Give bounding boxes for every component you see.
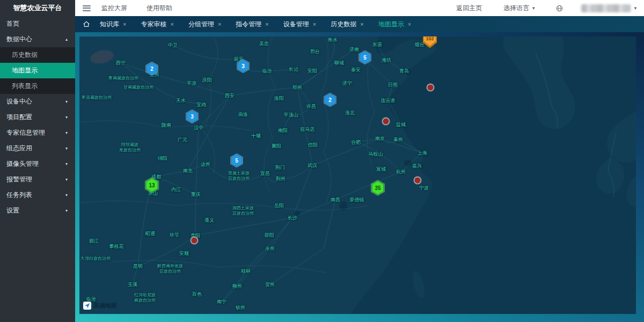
device-point-marker[interactable] bbox=[191, 237, 199, 245]
amap-attribution[interactable]: 高德地图 bbox=[83, 302, 117, 310]
cluster-marker-blue[interactable]: 2 bbox=[324, 93, 336, 107]
sidebar-item-7[interactable]: 报警管理▼ bbox=[0, 172, 75, 187]
sidebar: 智慧农业云平台 首页数据中心▲历史数据地图显示列表显示设备中心▼项目配置▼专家信… bbox=[0, 0, 75, 322]
sidebar-menu: 首页数据中心▲历史数据地图显示列表显示设备中心▼项目配置▼专家信息管理▼组态应用… bbox=[0, 16, 75, 218]
tab-close-icon[interactable]: × bbox=[265, 21, 268, 27]
tab-label: 指令管理 bbox=[236, 20, 261, 29]
tab-label: 分组管理 bbox=[188, 20, 214, 29]
topbar-right-links: 返回主页选择语言▼ bbox=[435, 4, 536, 13]
cluster-count: 3 bbox=[187, 111, 197, 122]
collapse-menu-icon[interactable] bbox=[83, 5, 91, 11]
cluster-marker-blue[interactable]: 3 bbox=[237, 59, 250, 74]
chevron-down-icon: ▼ bbox=[531, 6, 536, 11]
sidebar-item-label: 数据中心 bbox=[6, 35, 32, 44]
sidebar-item-label: 摄像头管理 bbox=[6, 159, 39, 169]
sidebar-subitem-2[interactable]: 列表显示 bbox=[0, 78, 75, 94]
chevron-down-icon: ▼ bbox=[64, 99, 68, 104]
chevron-down-icon: ▼ bbox=[64, 208, 68, 213]
sidebar-subitem-0[interactable]: 历史数据 bbox=[0, 47, 75, 63]
sidebar-item-8[interactable]: 任务列表▼ bbox=[0, 187, 75, 203]
sidebar-item-0[interactable]: 首页 bbox=[0, 16, 75, 32]
cluster-marker-blue[interactable]: 3 bbox=[186, 109, 199, 124]
app-title: 智慧农业云平台 bbox=[0, 0, 75, 16]
content-frame: 西宁兰州中卫吴忠延安衡水济南邢台聊城东营潍坊烟台青岛泰安济宁日照临汾长治安阳黄南… bbox=[75, 32, 644, 322]
sidebar-item-label: 项目配置 bbox=[6, 113, 32, 122]
home-tab-icon[interactable] bbox=[83, 20, 90, 28]
cluster-marker-blue[interactable]: 5 bbox=[230, 153, 243, 168]
cluster-count: 13 bbox=[147, 179, 158, 192]
tab-close-icon[interactable]: × bbox=[313, 21, 316, 27]
map-basemap bbox=[79, 36, 636, 314]
chevron-down-icon: ▼ bbox=[64, 162, 68, 166]
tab-close-icon[interactable]: × bbox=[408, 21, 411, 27]
cluster-marker-orange[interactable]: 102 bbox=[423, 36, 437, 48]
tab-label: 专家审核 bbox=[141, 20, 166, 29]
sidebar-item-label: 专家信息管理 bbox=[6, 128, 45, 137]
amap-logo-icon bbox=[83, 302, 91, 310]
tab-label: 地图显示 bbox=[378, 20, 404, 29]
cluster-count: 5 bbox=[232, 155, 242, 166]
tab-3[interactable]: 指令管理× bbox=[236, 20, 268, 29]
cluster-count: 2 bbox=[325, 94, 335, 106]
sidebar-item-9[interactable]: 设置▼ bbox=[0, 203, 75, 218]
tab-6[interactable]: 地图显示× bbox=[378, 20, 411, 29]
sidebar-subitem-1[interactable]: 地图显示 bbox=[0, 63, 75, 78]
cluster-marker-green[interactable]: 35 bbox=[371, 180, 385, 196]
sidebar-item-label: 设备中心 bbox=[6, 97, 32, 106]
tab-4[interactable]: 设备管理× bbox=[283, 20, 316, 29]
device-point-marker[interactable] bbox=[427, 84, 435, 92]
cluster-count: 3 bbox=[238, 60, 248, 72]
tab-label: 设备管理 bbox=[283, 20, 309, 29]
tab-close-icon[interactable]: × bbox=[360, 21, 363, 27]
topbar-left-link-1[interactable]: 使用帮助 bbox=[147, 4, 172, 13]
sidebar-item-3[interactable]: 项目配置▼ bbox=[0, 109, 75, 125]
user-caret-icon: ▼ bbox=[633, 6, 638, 11]
map-canvas[interactable]: 西宁兰州中卫吴忠延安衡水济南邢台聊城东营潍坊烟台青岛泰安济宁日照临汾长治安阳黄南… bbox=[79, 36, 636, 314]
sidebar-item-label: 设置 bbox=[6, 206, 19, 215]
topbar: 监控大屏使用帮助 返回主页选择语言▼ ▼ bbox=[75, 0, 644, 16]
main-area: 监控大屏使用帮助 返回主页选择语言▼ ▼ 知识库×专家审核×分组管理×指令管理×… bbox=[75, 0, 644, 322]
sidebar-item-label: 报警管理 bbox=[6, 175, 32, 184]
chevron-up-icon: ▲ bbox=[64, 37, 68, 41]
device-point-marker[interactable] bbox=[382, 118, 390, 126]
cluster-marker-blue[interactable]: 5 bbox=[358, 50, 371, 65]
sidebar-item-label: 首页 bbox=[6, 19, 19, 28]
tab-close-icon[interactable]: × bbox=[123, 21, 126, 27]
topbar-right-link-0[interactable]: 返回主页 bbox=[456, 4, 482, 13]
sidebar-item-5[interactable]: 组态应用▼ bbox=[0, 141, 75, 156]
language-globe-icon[interactable] bbox=[556, 5, 563, 12]
tab-list: 知识库×专家审核×分组管理×指令管理×设备管理×历史数据×地图显示× bbox=[100, 20, 426, 29]
topbar-right-label: 返回主页 bbox=[456, 4, 482, 13]
chevron-down-icon: ▼ bbox=[64, 146, 68, 150]
tab-close-icon[interactable]: × bbox=[170, 21, 173, 27]
tab-5[interactable]: 历史数据× bbox=[331, 20, 363, 29]
username-redacted bbox=[581, 4, 631, 12]
sidebar-item-label: 组态应用 bbox=[6, 144, 32, 153]
tabbar: 知识库×专家审核×分组管理×指令管理×设备管理×历史数据×地图显示× bbox=[75, 16, 644, 32]
cluster-marker-blue[interactable]: 2 bbox=[145, 62, 158, 76]
sidebar-item-4[interactable]: 专家信息管理▼ bbox=[0, 125, 75, 141]
chevron-down-icon: ▼ bbox=[64, 177, 68, 181]
tab-1[interactable]: 专家审核× bbox=[141, 20, 173, 29]
tab-0[interactable]: 知识库× bbox=[100, 20, 126, 29]
cluster-count: 35 bbox=[372, 181, 384, 194]
tab-label: 知识库 bbox=[100, 20, 119, 29]
sidebar-item-6[interactable]: 摄像头管理▼ bbox=[0, 156, 75, 172]
topbar-right-label: 选择语言 bbox=[503, 4, 529, 13]
user-menu[interactable]: ▼ bbox=[581, 4, 638, 12]
tab-2[interactable]: 分组管理× bbox=[188, 20, 221, 29]
cluster-marker-green[interactable]: 13 bbox=[145, 177, 159, 193]
cluster-count: 2 bbox=[147, 63, 157, 75]
sidebar-item-2[interactable]: 设备中心▼ bbox=[0, 94, 75, 109]
cluster-count: 5 bbox=[360, 52, 370, 63]
chevron-down-icon: ▼ bbox=[64, 130, 68, 135]
topbar-right-link-1[interactable]: 选择语言▼ bbox=[503, 4, 536, 13]
cluster-count: 102 bbox=[424, 36, 436, 46]
topbar-left-link-0[interactable]: 监控大屏 bbox=[101, 4, 127, 13]
sidebar-item-1[interactable]: 数据中心▲ bbox=[0, 32, 75, 47]
device-point-marker[interactable] bbox=[414, 177, 422, 185]
tab-close-icon[interactable]: × bbox=[218, 21, 221, 27]
chevron-down-icon: ▼ bbox=[64, 193, 68, 197]
chevron-down-icon: ▼ bbox=[64, 115, 68, 119]
tab-label: 历史数据 bbox=[331, 20, 356, 29]
